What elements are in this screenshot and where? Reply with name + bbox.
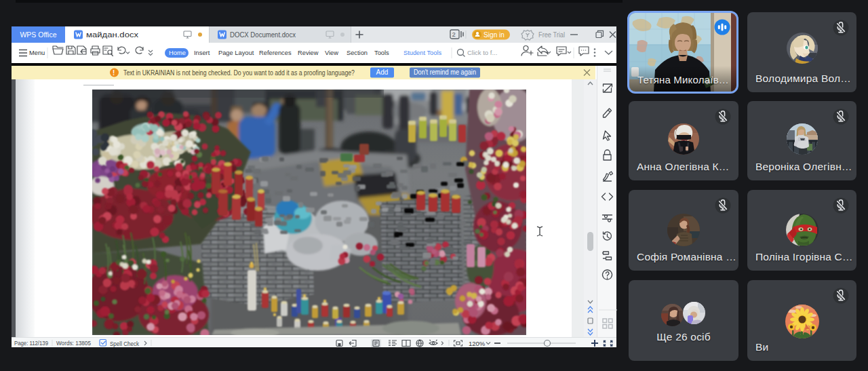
svg-text:Insert: Insert [194,50,210,56]
svg-text:Don't remind me again: Don't remind me again [414,69,476,76]
svg-text:Page Layout: Page Layout [218,50,254,56]
svg-text:Spell Check: Spell Check [110,340,139,347]
svg-text:Tools: Tools [374,50,389,56]
svg-text:View: View [325,50,338,56]
svg-text:Click to f...: Click to f... [467,49,497,56]
svg-text:Add: Add [376,69,389,76]
svg-text:Text in UKRAINIAN is not being: Text in UKRAINIAN is not being checked. … [123,69,355,77]
svg-text:Section: Section [347,50,368,56]
svg-text:DOCX Document.docx: DOCX Document.docx [230,31,296,39]
svg-text:120%: 120% [469,340,486,347]
svg-text:Free Trial: Free Trial [538,31,565,39]
svg-text:майдан.docx: майдан.docx [86,31,139,39]
svg-text:Review: Review [298,50,319,56]
svg-text:2: 2 [452,31,456,38]
svg-text:Page: 112/139: Page: 112/139 [14,340,48,347]
svg-text:Home: Home [169,50,186,56]
svg-text:!: ! [113,69,115,77]
svg-text:References: References [259,50,292,56]
svg-text:Sign in: Sign in [484,31,505,39]
svg-text:Words: 13805: Words: 13805 [56,340,91,347]
svg-text:Menu: Menu [29,50,45,56]
svg-text:Student Tools: Student Tools [403,50,442,56]
